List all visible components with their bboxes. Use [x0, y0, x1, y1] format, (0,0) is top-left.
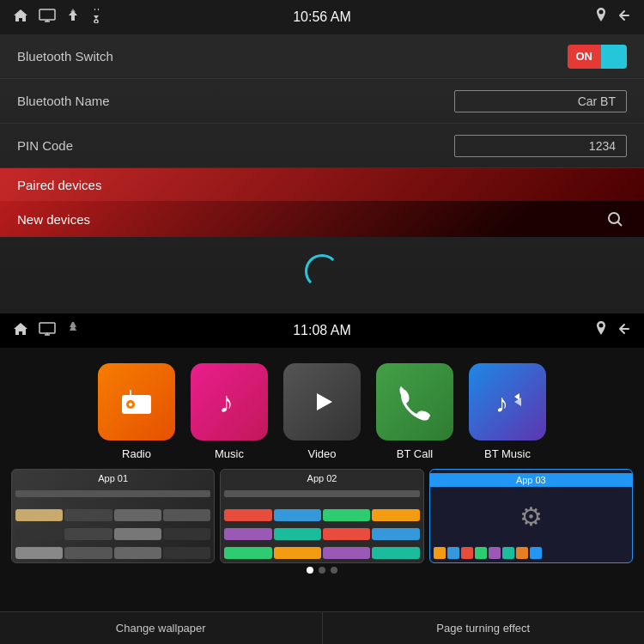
music-label: Music	[215, 447, 244, 460]
bt-call-label: BT Call	[397, 447, 433, 460]
bluetooth-name-row: Bluetooth Name	[0, 79, 644, 124]
back-icon[interactable]	[617, 9, 631, 26]
page-dots	[0, 563, 644, 580]
dot-1[interactable]	[307, 567, 313, 574]
top-status-bar: 10:56 AM	[0, 0, 644, 34]
bottom-up-arrows-icon[interactable]	[66, 322, 80, 339]
svg-rect-0	[39, 9, 55, 20]
up-arrows-icon[interactable]	[66, 9, 80, 26]
bottom-status-bar-right	[595, 321, 631, 340]
bottom-status-bar-left	[13, 322, 80, 339]
search-icon[interactable]	[603, 207, 627, 231]
bluetooth-name-input[interactable]	[454, 90, 627, 112]
home-icon[interactable]	[13, 9, 28, 26]
video-label: Video	[307, 447, 336, 460]
thumbnail-app02-title: App 02	[221, 473, 422, 483]
toggle-off-indicator[interactable]	[601, 45, 627, 69]
radio-label: Radio	[122, 447, 151, 460]
svg-rect-6	[39, 323, 55, 333]
svg-marker-17	[317, 393, 332, 410]
dot-2[interactable]	[319, 567, 325, 574]
bluetooth-name-label: Bluetooth Name	[17, 94, 110, 108]
music-app[interactable]: ♪ Music	[191, 363, 268, 460]
thumbnail-row: App 01 App 02	[0, 469, 644, 563]
bluetooth-settings-screen: 10:56 AM Bluetooth Switch ON	[0, 0, 644, 313]
display-icon[interactable]	[39, 9, 56, 26]
location-icon	[595, 8, 607, 27]
music-icon: ♪	[191, 363, 268, 440]
bottom-back-icon[interactable]	[617, 322, 631, 339]
usb-icon	[90, 8, 102, 27]
radio-app[interactable]: Radio	[98, 363, 175, 460]
loading-spinner	[305, 254, 339, 289]
pin-code-label: PIN Code	[17, 138, 73, 153]
bottom-home-icon[interactable]	[13, 322, 28, 339]
pin-code-row: PIN Code	[0, 124, 644, 168]
bluetooth-toggle[interactable]: ON	[568, 45, 628, 69]
video-app[interactable]: Video	[283, 363, 361, 460]
bt-music-label: BT Music	[484, 447, 531, 460]
bluetooth-switch-row: Bluetooth Switch ON	[0, 34, 644, 79]
page-turning-label: Page turning effect	[436, 622, 530, 635]
svg-line-5	[618, 222, 623, 227]
page-turning-effect-button[interactable]: Page turning effect	[323, 612, 645, 644]
bt-call-app[interactable]: BT Call	[376, 363, 453, 460]
svg-text:♪: ♪	[219, 386, 234, 418]
svg-point-4	[609, 213, 619, 223]
thumbnail-app01-title: App 01	[12, 473, 214, 483]
status-bar-left-icons	[13, 8, 102, 27]
svg-point-3	[94, 20, 98, 23]
radio-icon	[98, 363, 175, 440]
bottom-time: 11:08 AM	[293, 323, 351, 338]
loading-area	[0, 237, 644, 306]
thumbnail-app03-title: App 03	[430, 473, 632, 487]
pin-code-input[interactable]	[454, 135, 627, 157]
svg-text:♪: ♪	[495, 389, 508, 417]
bt-music-app[interactable]: ♪ BT Music	[469, 363, 546, 460]
thumbnail-app01[interactable]: App 01	[11, 469, 215, 563]
bt-music-icon: ♪	[469, 363, 546, 440]
thumbnail-app01-content	[12, 470, 214, 562]
status-bar-right-icons	[595, 8, 631, 27]
change-wallpaper-button[interactable]: Change wallpaper	[0, 612, 323, 644]
toggle-on-label[interactable]: ON	[568, 45, 602, 69]
change-wallpaper-label: Change wallpaper	[116, 622, 206, 635]
paired-devices-header[interactable]: Paired devices	[0, 168, 644, 201]
bt-call-icon	[376, 363, 453, 440]
new-devices-row[interactable]: New devices	[0, 201, 644, 237]
bottom-status-bar: 11:08 AM	[0, 313, 644, 348]
top-time: 10:56 AM	[293, 9, 351, 25]
app-grid: Radio ♪ Music Video B	[0, 348, 644, 469]
svg-rect-12	[137, 398, 148, 400]
bottom-display-icon[interactable]	[39, 322, 56, 339]
svg-point-11	[129, 403, 132, 406]
bottom-bar: Change wallpaper Page turning effect	[0, 611, 644, 644]
new-devices-label: New devices	[17, 212, 90, 227]
thumbnail-app03[interactable]: App 03 ⚙	[429, 469, 633, 563]
home-screen: 11:08 AM	[0, 313, 644, 644]
bottom-location-icon	[595, 321, 607, 340]
dot-3[interactable]	[331, 567, 337, 574]
video-icon	[283, 363, 361, 440]
thumbnail-app02-content	[221, 470, 422, 562]
svg-rect-14	[137, 407, 144, 409]
svg-rect-13	[137, 403, 148, 404]
svg-rect-15	[130, 390, 131, 397]
settings-content: Bluetooth Switch ON Bluetooth Name PIN C…	[0, 34, 644, 237]
thumbnail-app02[interactable]: App 02	[220, 469, 423, 563]
bluetooth-switch-label: Bluetooth Switch	[17, 49, 113, 64]
paired-devices-label: Paired devices	[17, 178, 101, 192]
